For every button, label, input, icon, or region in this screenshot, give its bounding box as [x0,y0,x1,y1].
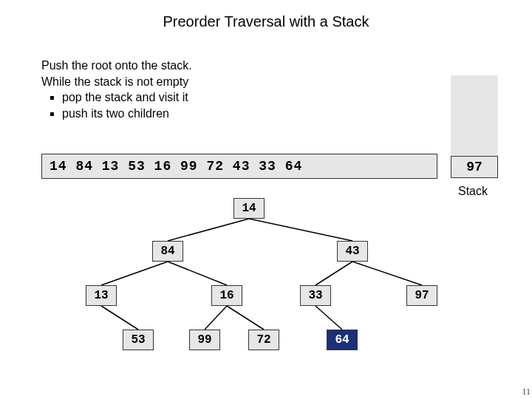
svg-line-3 [168,262,227,285]
tree-node-43: 43 [337,241,368,262]
tree-node-97: 97 [406,285,437,306]
stack-label: Stack [458,185,488,198]
tree-node-84: 84 [152,241,183,262]
algo-line-2: While the stack is not empty [41,74,192,90]
stack-empty-cell [451,75,498,92]
tree-node-14: 14 [233,198,265,219]
visit-sequence-row: 14 84 13 53 16 99 72 43 33 64 [41,154,437,179]
tree-diagram: 1484431316339753997264 [41,198,485,375]
svg-line-1 [249,219,352,241]
tree-node-99: 99 [189,330,220,350]
tree-node-33: 33 [300,285,331,306]
page-number: 11 [522,386,531,398]
stack-empty-cell [451,140,498,157]
algorithm-text: Push the root onto the stack. While the … [41,58,192,121]
tree-node-16: 16 [211,285,242,306]
tree-node-64: 64 [327,330,358,350]
svg-line-0 [168,219,249,241]
stack-empty-cell [451,124,498,140]
stack-display: 97 [451,75,498,178]
algo-line-1: Push the root onto the stack. [41,58,192,74]
svg-line-8 [227,306,264,330]
svg-line-6 [101,306,138,330]
algo-bullet-1: pop the stack and visit it [62,89,192,106]
svg-line-4 [316,262,352,285]
svg-line-2 [101,262,168,285]
svg-line-9 [316,306,342,330]
svg-line-7 [205,306,227,330]
svg-line-5 [352,262,422,285]
tree-node-72: 72 [248,330,279,350]
page-title: Preorder Traversal with a Stack [0,0,532,30]
stack-empty-cell [451,92,498,108]
tree-node-53: 53 [123,330,154,350]
stack-empty-cell [451,108,498,124]
algo-bullet-2: push its two children [62,106,192,122]
visit-sequence: 14 84 13 53 16 99 72 43 33 64 [41,154,437,179]
stack-top-cell: 97 [451,156,498,178]
tree-node-13: 13 [86,285,117,306]
